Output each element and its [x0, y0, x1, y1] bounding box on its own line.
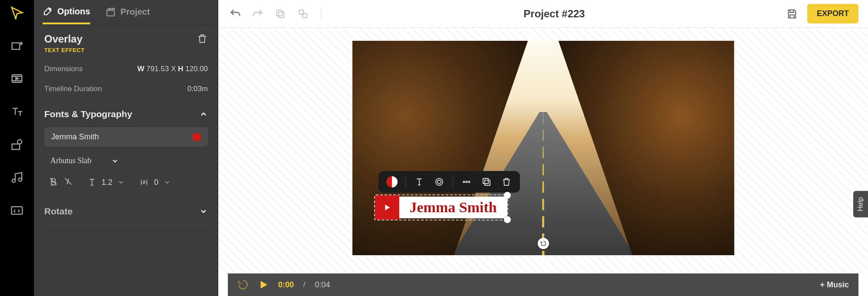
- rail-item-elements-icon[interactable]: [9, 136, 25, 153]
- effects-button[interactable]: [433, 175, 446, 188]
- copy-button[interactable]: [273, 7, 288, 21]
- save-button[interactable]: [785, 7, 799, 21]
- paste-button[interactable]: [296, 7, 310, 21]
- delete-button[interactable]: [500, 175, 513, 188]
- time-total: 0:04: [315, 280, 330, 289]
- duration-value: 0:03m: [187, 85, 208, 93]
- letter-spacing-control[interactable]: 0: [139, 178, 171, 187]
- play-button[interactable]: [258, 280, 269, 290]
- chevron-down-icon: [164, 179, 171, 186]
- more-button[interactable]: [460, 175, 473, 188]
- tab-project[interactable]: Project: [105, 6, 150, 24]
- canvas[interactable]: Jemma Smith: [218, 28, 868, 273]
- rail-item-audio-icon[interactable]: [9, 169, 25, 186]
- svg-rect-7: [107, 10, 114, 16]
- nav-rail: [0, 0, 34, 296]
- svg-point-2: [17, 140, 22, 144]
- export-button[interactable]: EXPORT: [807, 4, 858, 23]
- svg-point-13: [437, 180, 441, 184]
- chevron-down-icon: [199, 207, 208, 216]
- italic-button[interactable]: [63, 177, 73, 188]
- rail-item-upload-icon[interactable]: [9, 37, 25, 54]
- svg-rect-9: [276, 10, 282, 16]
- svg-rect-8: [279, 12, 284, 17]
- main-area: Project #223 EXPORT Jemma Smith: [218, 0, 868, 296]
- color-swatch-icon: [386, 176, 398, 187]
- redo-button[interactable]: [250, 7, 265, 21]
- tab-options[interactable]: Options: [43, 6, 90, 24]
- svg-point-16: [468, 181, 470, 182]
- text-overlay[interactable]: Jemma Smith: [374, 194, 508, 220]
- section-rotate-toggle[interactable]: Rotate: [44, 206, 208, 226]
- svg-rect-18: [483, 178, 488, 184]
- bold-button[interactable]: [49, 177, 58, 188]
- line-height-control[interactable]: 1.2: [88, 178, 125, 187]
- project-title[interactable]: Project #223: [332, 8, 777, 20]
- svg-rect-1: [12, 144, 20, 150]
- svg-point-4: [19, 178, 22, 181]
- properties-panel: Options Project Overlay TEXT EFFECT Dime…: [34, 0, 218, 296]
- svg-rect-17: [485, 180, 490, 185]
- overlay-title: Overlay: [44, 33, 85, 45]
- font-name: Arbutus Slab: [50, 156, 92, 165]
- svg-point-12: [436, 178, 443, 185]
- letter-spacing-icon: [139, 178, 149, 187]
- svg-point-15: [466, 181, 467, 182]
- top-toolbar: Project #223 EXPORT: [218, 0, 868, 28]
- duration-label: Timeline Duration: [44, 85, 102, 93]
- chevron-down-icon: [111, 157, 119, 165]
- add-music-button[interactable]: + Music: [820, 280, 849, 289]
- svg-rect-5: [12, 207, 23, 214]
- time-separator: /: [303, 281, 305, 289]
- delete-overlay-button[interactable]: [197, 33, 208, 46]
- letter-spacing-value: 0: [154, 178, 158, 187]
- text-layer-row[interactable]: Jemma Smith: [44, 127, 208, 147]
- font-select[interactable]: Arbutus Slab: [44, 156, 208, 165]
- svg-point-3: [12, 179, 16, 183]
- rotate-handle[interactable]: [538, 238, 549, 249]
- text-layer-value: Jemma Smith: [51, 132, 99, 141]
- playbar: 0:00 / 0:04 + Music: [228, 273, 858, 296]
- rail-item-design-icon[interactable]: [9, 4, 25, 21]
- dimensions-value: W 791.53 X H 120.00: [137, 65, 208, 73]
- section-fonts-title: Fonts & Typography: [44, 109, 132, 119]
- rail-item-media-icon[interactable]: [9, 70, 25, 87]
- tab-project-label: Project: [121, 7, 150, 17]
- color-picker-button[interactable]: [385, 175, 398, 188]
- line-height-value: 1.2: [102, 178, 112, 187]
- resize-handle-br[interactable]: [504, 216, 511, 223]
- tab-options-label: Options: [57, 7, 90, 16]
- toolbar-divider: [321, 6, 321, 22]
- line-height-icon: [88, 178, 96, 187]
- dimensions-label: Dimensions: [44, 65, 83, 73]
- section-fonts-toggle[interactable]: Fonts & Typography: [44, 109, 208, 119]
- undo-button[interactable]: [228, 7, 243, 21]
- chevron-up-icon: [199, 110, 208, 118]
- duplicate-button[interactable]: [480, 175, 493, 188]
- overlay-text[interactable]: Jemma Smith: [399, 197, 507, 218]
- resize-handle-tr[interactable]: [504, 192, 511, 199]
- text-style-button[interactable]: [413, 175, 426, 188]
- rail-item-captions-icon[interactable]: [9, 202, 25, 219]
- rail-item-text-icon[interactable]: [9, 103, 25, 120]
- overlay-subtitle: TEXT EFFECT: [44, 47, 85, 53]
- time-current: 0:00: [278, 280, 294, 289]
- context-toolbar: [378, 171, 520, 193]
- help-tab[interactable]: Help: [853, 191, 868, 217]
- loop-button[interactable]: [237, 279, 249, 290]
- overlay-play-icon: [375, 195, 399, 220]
- chevron-down-icon: [118, 179, 125, 186]
- svg-point-14: [463, 181, 464, 182]
- panel-tabs: Options Project: [34, 0, 218, 24]
- section-rotate-title: Rotate: [44, 206, 72, 217]
- text-color-swatch[interactable]: [192, 133, 201, 141]
- video-preview[interactable]: Jemma Smith: [352, 41, 734, 255]
